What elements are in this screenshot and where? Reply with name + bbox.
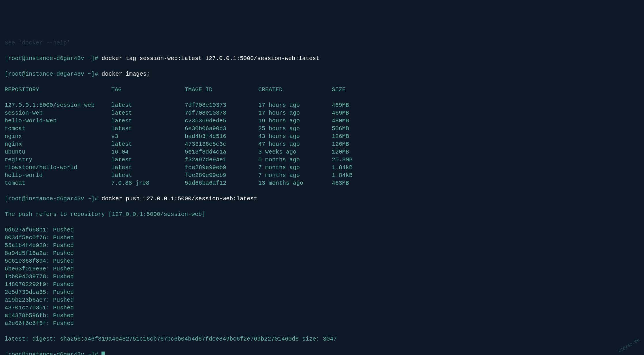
prompt-user: root — [8, 55, 22, 62]
command-images: docker images; — [101, 71, 150, 77]
cell-size: 126MB — [332, 132, 366, 140]
push-layer-line: 803df5ec0f76: Pushed — [5, 234, 639, 242]
push-layer-line: 8a94d5f16a2a: Pushed — [5, 249, 639, 257]
cell-tag: latest — [111, 164, 185, 171]
cell-repository: 127.0.0.1:5000/session-web — [5, 101, 111, 109]
cell-tag: 7.0.88-jre8 — [111, 179, 185, 187]
cursor-icon — [101, 352, 105, 355]
cell-created: 47 hours ago — [258, 140, 332, 148]
cell-repository: session-web — [5, 109, 111, 117]
table-row: ubuntu16.045e13f8dd4c1a3 weeks ago120MB — [5, 148, 639, 156]
table-row: hello-world-weblatestc235369dede519 hour… — [5, 117, 639, 125]
prompt-line-tag: [root@instance-d6gar43v ~]# docker tag s… — [5, 55, 639, 62]
cell-image-id: 5ad66ba6af12 — [185, 179, 258, 187]
cell-repository: nginx — [5, 140, 111, 148]
cell-tag: 16.04 — [111, 148, 185, 156]
cell-tag: latest — [111, 140, 185, 148]
cell-tag: v3 — [111, 132, 185, 140]
cell-size: 1.84kB — [332, 164, 366, 171]
push-layer-line: a19b223b6ae7: Pushed — [5, 296, 639, 304]
cell-created: 7 months ago — [258, 164, 332, 171]
push-layer-line: 6d627af668b1: Pushed — [5, 226, 639, 234]
cell-created: 43 hours ago — [258, 132, 332, 140]
cell-tag: latest — [111, 125, 185, 132]
push-layer-line: 6be63f019e9e: Pushed — [5, 265, 639, 273]
push-layers-list: 6d627af668b1: Pushed803df5ec0f76: Pushed… — [5, 226, 639, 327]
cell-image-id: fce289e99eb9 — [185, 164, 258, 171]
table-row: nginxlatest4733136e5c3c47 hours ago126MB — [5, 140, 639, 148]
cell-image-id: 5e13f8dd4c1a — [185, 148, 258, 156]
cell-repository: flowstone/hello-world — [5, 164, 111, 171]
header-size: SIZE — [332, 86, 366, 94]
cell-created: 17 hours ago — [258, 101, 332, 109]
table-row: registrylatestf32a97de94e15 months ago25… — [5, 156, 639, 164]
images-table-body: 127.0.0.1:5000/session-weblatest7df708e1… — [5, 101, 639, 187]
cell-size: 469MB — [332, 109, 366, 117]
previous-output-line: See 'docker --help' — [5, 39, 639, 47]
push-layer-line: 43701cc70351: Pushed — [5, 304, 639, 312]
cell-tag: latest — [111, 109, 185, 117]
table-row: nginxv3bad4b3f4d51643 hours ago126MB — [5, 132, 639, 140]
cell-repository: tomcat — [5, 125, 111, 132]
cell-image-id: 6e30b06a90d3 — [185, 125, 258, 132]
cell-size: 25.8MB — [332, 156, 366, 164]
cell-image-id: fce289e99eb9 — [185, 171, 258, 179]
cell-size: 120MB — [332, 148, 366, 156]
cell-image-id: f32a97de94e1 — [185, 156, 258, 164]
cell-repository: hello-world — [5, 171, 111, 179]
cell-tag: latest — [111, 156, 185, 164]
cell-size: 480MB — [332, 117, 366, 125]
push-layer-line: 5c61e368f894: Pushed — [5, 257, 639, 265]
cell-size: 463MB — [332, 179, 366, 187]
cell-image-id: 4733136e5c3c — [185, 140, 258, 148]
header-tag: TAG — [111, 86, 185, 94]
table-row: session-weblatest7df708e1037317 hours ag… — [5, 109, 639, 117]
terminal-output[interactable]: See 'docker --help' [root@instance-d6gar… — [5, 31, 639, 355]
cell-image-id: c235369dede5 — [185, 117, 258, 125]
cell-tag: latest — [111, 101, 185, 109]
push-refers-line: The push refers to repository [127.0.0.1… — [5, 210, 639, 218]
table-row: tomcat7.0.88-jre85ad66ba6af1213 months a… — [5, 179, 639, 187]
table-row: tomcatlatest6e30b06a90d325 hours ago506M… — [5, 125, 639, 132]
cell-repository: tomcat — [5, 179, 111, 187]
cell-created: 13 months ago — [258, 179, 332, 187]
push-layer-line: 2e5d730dca35: Pushed — [5, 288, 639, 296]
images-table-header: REPOSITORYTAGIMAGE IDCREATEDSIZE — [5, 86, 639, 94]
prompt-close: ]# — [91, 55, 101, 62]
prompt-at: @ — [22, 55, 25, 62]
push-layer-line: 1480702292f9: Pushed — [5, 281, 639, 288]
push-layer-line: e14378b596fb: Pushed — [5, 312, 639, 320]
cell-size: 469MB — [332, 101, 366, 109]
prompt-line-images: [root@instance-d6gar43v ~]# docker image… — [5, 70, 639, 78]
cell-image-id: 7df708e10373 — [185, 101, 258, 109]
header-image-id: IMAGE ID — [185, 86, 258, 94]
header-repository: REPOSITORY — [5, 86, 111, 94]
cell-repository: registry — [5, 156, 111, 164]
cell-size: 126MB — [332, 140, 366, 148]
command-tag: docker tag session-web:latest 127.0.0.1:… — [101, 55, 319, 62]
table-row: 127.0.0.1:5000/session-weblatest7df708e1… — [5, 101, 639, 109]
prompt-line-push: [root@instance-d6gar43v ~]# docker push … — [5, 195, 639, 203]
prompt-open: [ — [5, 55, 8, 62]
push-layer-line: a2e66f6c6f5f: Pushed — [5, 320, 639, 327]
cell-size: 506MB — [332, 125, 366, 132]
push-layer-line: 1bb094039778: Pushed — [5, 273, 639, 281]
push-layer-line: 55a1b4f4e920: Pushed — [5, 242, 639, 249]
prompt-line-empty[interactable]: [root@instance-d6gar43v ~]# — [5, 351, 639, 355]
table-row: hello-worldlatestfce289e99eb97 months ag… — [5, 171, 639, 179]
push-digest-line: latest: digest: sha256:a46f319a4e482751c… — [5, 335, 639, 343]
prompt-path: ~ — [88, 55, 91, 62]
cell-tag: latest — [111, 117, 185, 125]
cell-size: 1.84kB — [332, 171, 366, 179]
cell-created: 17 hours ago — [258, 109, 332, 117]
cell-created: 7 months ago — [258, 171, 332, 179]
header-created: CREATED — [258, 86, 332, 94]
command-push: docker push 127.0.0.1:5000/session-web:l… — [101, 195, 257, 202]
table-row: flowstone/hello-worldlatestfce289e99eb97… — [5, 164, 639, 171]
cell-created: 25 hours ago — [258, 125, 332, 132]
cell-repository: ubuntu — [5, 148, 111, 156]
prompt-host: instance-d6gar43v — [25, 55, 84, 62]
cell-created: 3 weeks ago — [258, 148, 332, 156]
cell-created: 5 months ago — [258, 156, 332, 164]
cell-repository: nginx — [5, 132, 111, 140]
